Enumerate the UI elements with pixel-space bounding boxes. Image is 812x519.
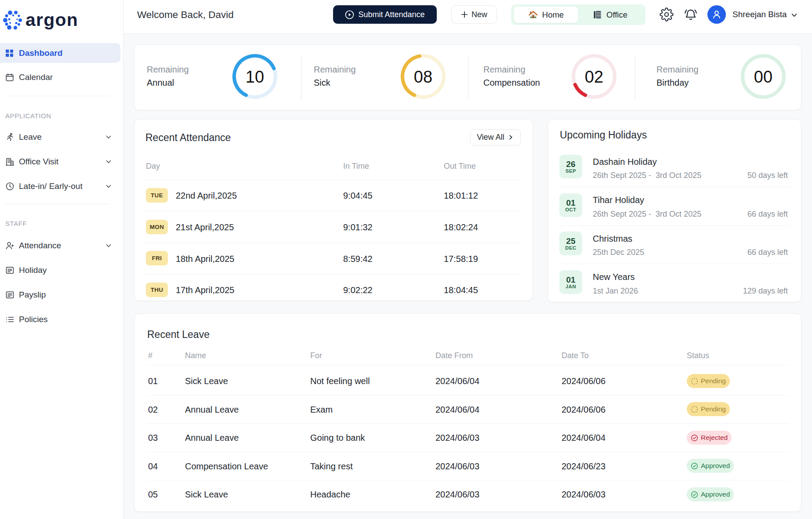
svg-text:02: 02 <box>585 68 603 86</box>
svg-text:08: 08 <box>414 68 432 86</box>
svg-text:10: 10 <box>246 68 264 86</box>
svg-text:00: 00 <box>754 68 772 86</box>
